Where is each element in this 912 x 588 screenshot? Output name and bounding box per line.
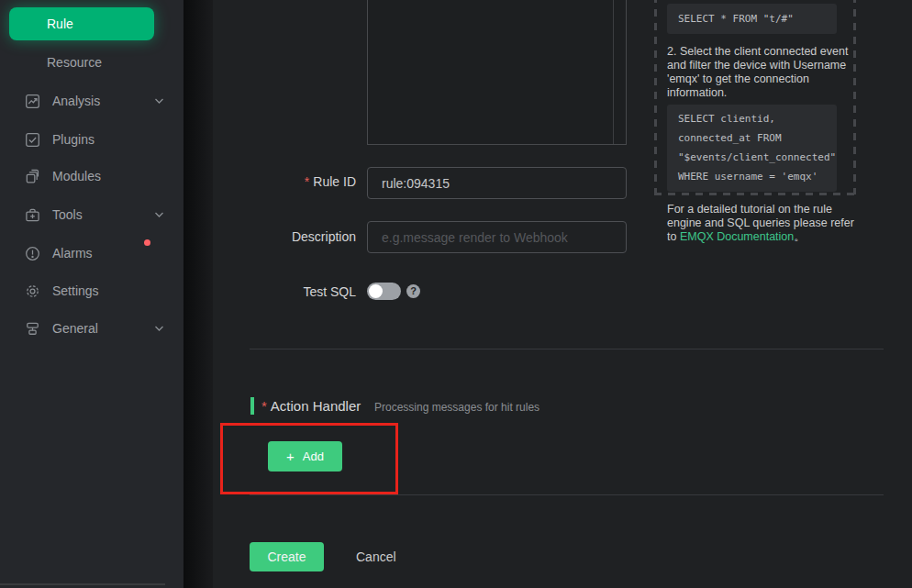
help-panel-border bbox=[853, 0, 856, 194]
emqx-dashboard: Rule Resource Analysis bbox=[0, 0, 912, 588]
help-tutorial-text: For a detailed tutorial on the rule engi… bbox=[667, 203, 857, 244]
sidebar: Rule Resource Analysis bbox=[0, 0, 184, 588]
alarm-badge bbox=[144, 239, 150, 246]
check-square-icon bbox=[25, 132, 40, 148]
sql-example-2-line: SELECT clientid, bbox=[678, 109, 826, 128]
description-label: Description bbox=[213, 229, 356, 244]
briefcase-icon bbox=[25, 207, 40, 223]
chevron-down-icon bbox=[154, 325, 164, 332]
sidebar-item-label: Alarms bbox=[52, 246, 93, 261]
description-input[interactable] bbox=[367, 221, 627, 253]
action-handler-hint: Processing messages for hit rules bbox=[374, 401, 539, 414]
layers-icon bbox=[25, 169, 40, 184]
sidebar-item-modules[interactable]: Modules bbox=[0, 160, 184, 193]
sidebar-item-label: Modules bbox=[52, 169, 101, 183]
sql-editor[interactable] bbox=[367, 0, 627, 145]
sidebar-scrollbar[interactable] bbox=[0, 583, 165, 585]
help-panel-border bbox=[654, 0, 657, 194]
stack-icon bbox=[25, 321, 40, 337]
sidebar-item-resource[interactable]: Resource bbox=[0, 46, 184, 79]
sql-example-2-line: "$events/client_connected" bbox=[678, 148, 826, 167]
add-action-button[interactable]: + Add bbox=[268, 441, 342, 472]
emqx-documentation-link[interactable]: EMQX Documentation bbox=[680, 230, 794, 243]
plus-icon: + bbox=[286, 449, 295, 464]
sidebar-shadow-gutter bbox=[184, 0, 213, 588]
sidebar-item-label: General bbox=[52, 321, 98, 336]
sidebar-item-label: Analysis bbox=[52, 94, 100, 108]
sidebar-item-general[interactable]: General bbox=[0, 312, 184, 345]
sql-example-2: SELECT clientid, connected_at FROM "$eve… bbox=[667, 105, 837, 192]
sidebar-item-analysis[interactable]: Analysis bbox=[0, 84, 184, 117]
sidebar-item-plugins[interactable]: Plugins bbox=[0, 123, 184, 156]
sql-example-2-line: WHERE username = 'emqx' bbox=[678, 167, 826, 186]
test-sql-label: Test SQL bbox=[213, 284, 356, 299]
sql-example-1: SELECT * FROM "t/#" bbox=[667, 4, 837, 34]
sidebar-item-label: Tools bbox=[52, 207, 83, 222]
sidebar-item-label: Settings bbox=[52, 283, 99, 298]
alarm-icon bbox=[25, 246, 40, 261]
sidebar-item-tools[interactable]: Tools bbox=[0, 198, 184, 231]
required-asterisk: * bbox=[305, 174, 309, 189]
cancel-button[interactable]: Cancel bbox=[356, 542, 396, 571]
help-icon[interactable]: ? bbox=[406, 284, 420, 298]
rule-id-input[interactable] bbox=[367, 167, 627, 199]
help-step-2-text: 2. Select the client connected event and… bbox=[667, 45, 857, 100]
section-accent-bar bbox=[250, 397, 254, 415]
gear-icon bbox=[25, 283, 40, 299]
help-panel-border bbox=[654, 193, 856, 195]
rule-id-label: *Rule ID bbox=[213, 174, 356, 189]
add-button-label: Add bbox=[303, 449, 324, 463]
sql-editor-scrollbar[interactable] bbox=[613, 0, 614, 144]
action-handler-title: *Action Handler bbox=[261, 398, 361, 414]
chevron-down-icon bbox=[154, 97, 164, 105]
required-asterisk: * bbox=[261, 398, 267, 414]
sidebar-item-label: Resource bbox=[47, 55, 102, 70]
sidebar-item-alarms[interactable]: Alarms bbox=[0, 237, 184, 270]
chevron-down-icon bbox=[154, 211, 164, 218]
test-sql-toggle[interactable] bbox=[367, 283, 401, 300]
toggle-knob bbox=[369, 284, 383, 298]
create-button[interactable]: Create bbox=[250, 542, 324, 571]
sidebar-item-label: Plugins bbox=[52, 132, 95, 147]
sidebar-item-settings[interactable]: Settings bbox=[0, 274, 184, 307]
sidebar-item-rule[interactable]: Rule bbox=[9, 7, 154, 40]
rule-create-form: *Rule ID Description Test SQL ? *Action … bbox=[213, 0, 912, 588]
divider bbox=[250, 349, 884, 349]
sql-example-2-line: connected_at FROM bbox=[678, 128, 826, 148]
sidebar-item-label: Rule bbox=[9, 17, 73, 31]
chart-icon bbox=[25, 94, 40, 109]
divider bbox=[250, 494, 884, 495]
